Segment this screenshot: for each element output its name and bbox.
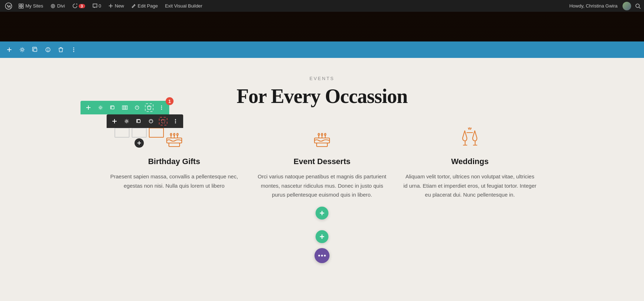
birthday-title: Birthday Gifts <box>107 157 241 166</box>
svg-rect-3 <box>21 4 23 6</box>
row-tb-more[interactable] <box>171 117 180 125</box>
section-duplicate-btn[interactable] <box>30 45 40 55</box>
svg-rect-49 <box>167 138 182 143</box>
section-tb-add[interactable] <box>84 103 93 112</box>
updates-btn[interactable]: 3 <box>69 2 88 10</box>
section-tb-duplicate[interactable] <box>108 103 117 112</box>
builder-toolbar-row <box>0 41 644 58</box>
svg-point-55 <box>174 133 175 135</box>
builder-options-btn[interactable] <box>314 248 330 263</box>
svg-line-12 <box>639 7 640 9</box>
svg-point-39 <box>126 120 128 122</box>
svg-rect-16 <box>34 48 37 51</box>
svg-point-26 <box>100 107 102 109</box>
admin-bar: W My Sites Divi 3 0 New Edit Page Exit V… <box>0 0 644 12</box>
events-grid: Birthday Gifts Praesent sapien massa, co… <box>107 125 537 219</box>
divi-section-toolbar: 1 <box>80 101 169 114</box>
comments-count: 0 <box>99 3 101 9</box>
row-tb-add[interactable] <box>110 117 119 125</box>
exit-builder-label: Exit Visual Builder <box>165 3 203 9</box>
svg-point-15 <box>21 49 23 51</box>
svg-point-23 <box>73 51 74 52</box>
section-tb-more[interactable] <box>157 103 166 112</box>
svg-point-21 <box>73 48 74 49</box>
section-more-btn[interactable] <box>69 45 79 55</box>
exit-builder-btn[interactable]: Exit Visual Builder <box>162 2 205 10</box>
section-tb-disable[interactable] <box>133 103 141 112</box>
svg-rect-40 <box>137 120 140 123</box>
new-btn[interactable]: New <box>106 2 127 10</box>
wordpress-logo[interactable]: W <box>3 3 14 10</box>
svg-line-73 <box>470 128 471 129</box>
svg-point-19 <box>48 50 48 51</box>
svg-point-62 <box>318 133 319 135</box>
svg-point-44 <box>175 119 176 120</box>
row-tb-disable[interactable] <box>147 117 155 125</box>
svg-rect-2 <box>19 4 21 6</box>
svg-text:W: W <box>7 4 11 9</box>
page-content: 1 <box>0 12 644 285</box>
edit-page-btn[interactable]: Edit Page <box>128 2 161 10</box>
section-tb-delete[interactable] <box>145 103 153 112</box>
user-greeting: Howdy, Christina Gwira <box>569 3 618 9</box>
update-count: 3 <box>79 4 85 8</box>
svg-point-78 <box>324 255 326 256</box>
svg-point-54 <box>170 133 172 135</box>
weddings-icon <box>403 125 537 150</box>
section-add-row-btn[interactable] <box>316 230 328 243</box>
svg-rect-29 <box>124 106 126 109</box>
divi-row-toolbar <box>107 114 183 128</box>
comments-btn[interactable]: 0 <box>89 2 104 10</box>
svg-point-76 <box>318 255 320 256</box>
svg-point-34 <box>161 105 162 107</box>
svg-rect-57 <box>314 138 330 143</box>
my-sites-label: My Sites <box>25 3 43 9</box>
svg-point-77 <box>321 255 323 256</box>
birthday-desc: Praesent sapien massa, convallis a pelle… <box>107 172 241 190</box>
svg-line-71 <box>468 128 469 129</box>
hero-section <box>0 12 644 41</box>
search-icon[interactable] <box>635 3 641 9</box>
row-add-module-btn[interactable] <box>135 138 144 148</box>
svg-point-35 <box>161 107 162 108</box>
divi-menu[interactable]: Divi <box>48 2 68 10</box>
admin-bar-right: Howdy, Christina Gwira <box>569 2 641 10</box>
svg-point-22 <box>73 49 74 50</box>
events-section: 1 <box>0 58 644 285</box>
weddings-desc: Aliquam velit tortor, ultrices non volut… <box>403 172 537 199</box>
svg-rect-5 <box>21 6 23 8</box>
event-item-desserts: Event Desserts Orci varius natoque penat… <box>255 125 389 219</box>
event-item-weddings: Weddings Aliquam velit tortor, ultrices … <box>403 125 537 219</box>
svg-point-63 <box>321 133 323 135</box>
section-settings-btn[interactable] <box>17 45 27 55</box>
svg-rect-27 <box>111 106 114 109</box>
svg-point-64 <box>325 133 326 135</box>
row-tb-delete[interactable] <box>159 117 167 125</box>
svg-rect-4 <box>19 6 21 8</box>
svg-point-7 <box>52 5 54 7</box>
events-label: EVENTS <box>14 76 630 81</box>
svg-rect-50 <box>169 143 180 147</box>
svg-rect-28 <box>122 106 124 109</box>
avatar[interactable] <box>623 2 631 10</box>
desserts-add-btn[interactable] <box>316 207 328 219</box>
divi-label: Divi <box>57 3 65 9</box>
svg-point-46 <box>175 122 176 123</box>
svg-point-56 <box>177 133 178 135</box>
svg-point-45 <box>175 121 176 122</box>
section-disable-btn[interactable] <box>43 45 53 55</box>
section-add-btn[interactable] <box>4 45 14 55</box>
section-tb-cols[interactable] <box>121 103 129 112</box>
svg-point-11 <box>636 4 639 8</box>
row-tb-settings[interactable] <box>122 117 131 125</box>
my-sites-menu[interactable]: My Sites <box>16 2 46 10</box>
section-tb-settings[interactable] <box>96 103 105 112</box>
desserts-title: Event Desserts <box>255 157 389 166</box>
row-tb-duplicate[interactable] <box>135 117 143 125</box>
new-label: New <box>115 3 124 9</box>
svg-point-6 <box>51 4 55 8</box>
birthday-icon <box>107 125 241 150</box>
section-delete-btn[interactable] <box>56 45 66 55</box>
weddings-title: Weddings <box>403 157 537 166</box>
event-item-birthday: Birthday Gifts Praesent sapien massa, co… <box>107 125 241 219</box>
